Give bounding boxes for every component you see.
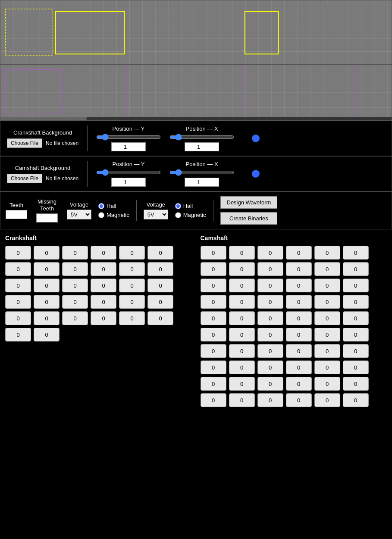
camshaft-data-cell[interactable]: 0 [201,393,226,407]
crankshaft-hall-radio[interactable] [98,203,104,209]
crankshaft-choose-file-button[interactable]: Choose File [7,138,42,148]
crankshaft-data-cell[interactable]: 0 [62,311,88,325]
camshaft-hall-radio[interactable] [175,203,181,209]
camshaft-data-cell[interactable]: 0 [286,279,312,292]
crankshaft-data-cell[interactable]: 0 [62,262,88,276]
camshaft-position-x-slider[interactable] [169,169,234,176]
crankshaft-position-x-input[interactable]: 1 [185,142,219,151]
camshaft-data-cell[interactable]: 0 [257,377,283,391]
camshaft-data-cell[interactable]: 0 [201,344,226,358]
camshaft-data-cell[interactable]: 0 [229,344,255,358]
camshaft-data-cell[interactable]: 0 [286,295,312,309]
camshaft-data-cell[interactable]: 0 [343,377,369,391]
camshaft-data-cell[interactable]: 0 [201,360,226,374]
camshaft-data-cell[interactable]: 0 [286,311,312,325]
camshaft-data-cell[interactable]: 0 [343,262,369,276]
camshaft-data-cell[interactable]: 0 [257,360,283,374]
crankshaft-data-cell[interactable]: 0 [34,246,60,260]
camshaft-data-cell[interactable]: 0 [314,328,340,342]
camshaft-data-cell[interactable]: 0 [229,311,255,325]
crankshaft-data-cell[interactable]: 0 [62,279,88,292]
crankshaft-data-cell[interactable]: 0 [91,262,116,276]
camshaft-data-cell[interactable]: 0 [314,246,340,260]
crankshaft-data-cell[interactable]: 0 [91,295,116,309]
crankshaft-position-y-input[interactable]: 1 [111,142,146,151]
camshaft-position-y-input[interactable]: 1 [111,178,146,187]
camshaft-data-cell[interactable]: 0 [229,328,255,342]
camshaft-data-cell[interactable]: 0 [229,360,255,374]
camshaft-data-cell[interactable]: 0 [201,311,226,325]
camshaft-data-cell[interactable]: 0 [314,311,340,325]
camshaft-data-cell[interactable]: 0 [314,360,340,374]
crankshaft-data-cell[interactable]: 0 [34,328,60,342]
crankshaft-data-cell[interactable]: 0 [34,262,60,276]
camshaft-position-x-input[interactable]: 1 [185,178,219,187]
crankshaft-data-cell[interactable]: 0 [147,295,173,309]
crankshaft-position-y-slider[interactable] [96,134,161,141]
camshaft-magnetic-radio-label[interactable]: Magnetic [175,212,206,218]
crankshaft-data-cell[interactable]: 0 [119,246,145,260]
crankshaft-data-cell[interactable]: 0 [119,295,145,309]
camshaft-data-cell[interactable]: 0 [343,344,369,358]
camshaft-position-y-slider[interactable] [96,169,161,176]
camshaft-voltage-select[interactable]: 5V 12V 3.3V [144,210,168,219]
crankshaft-position-x-slider[interactable] [169,134,234,141]
crankshaft-data-cell[interactable]: 0 [62,246,88,260]
crankshaft-data-cell[interactable]: 0 [91,246,116,260]
crankshaft-data-cell[interactable]: 0 [91,311,116,325]
crankshaft-data-cell[interactable]: 0 [5,246,31,260]
camshaft-data-cell[interactable]: 0 [343,393,369,407]
crankshaft-data-cell[interactable]: 0 [5,262,31,276]
camshaft-data-cell[interactable]: 0 [229,246,255,260]
create-binaries-button[interactable]: Create Binaries [220,212,278,225]
missing-teeth-input[interactable] [36,213,58,222]
camshaft-data-cell[interactable]: 0 [286,328,312,342]
camshaft-data-cell[interactable]: 0 [257,295,283,309]
crankshaft-data-cell[interactable]: 0 [34,279,60,292]
crankshaft-data-cell[interactable]: 0 [91,279,116,292]
camshaft-data-cell[interactable]: 0 [257,328,283,342]
camshaft-data-cell[interactable]: 0 [314,279,340,292]
camshaft-data-cell[interactable]: 0 [229,377,255,391]
camshaft-data-cell[interactable]: 0 [229,295,255,309]
crankshaft-hall-radio-label[interactable]: Hall [98,203,129,209]
camshaft-data-cell[interactable]: 0 [201,377,226,391]
camshaft-hall-radio-label[interactable]: Hall [175,203,206,209]
crankshaft-data-cell[interactable]: 0 [119,262,145,276]
camshaft-data-cell[interactable]: 0 [286,344,312,358]
crankshaft-magnetic-radio-label[interactable]: Magnetic [98,212,129,218]
crankshaft-data-cell[interactable]: 0 [147,262,173,276]
crankshaft-data-cell[interactable]: 0 [62,295,88,309]
camshaft-choose-file-button[interactable]: Choose File [7,174,42,183]
crankshaft-data-cell[interactable]: 0 [5,328,31,342]
camshaft-data-cell[interactable]: 0 [343,246,369,260]
crankshaft-data-cell[interactable]: 0 [147,279,173,292]
crankshaft-data-cell[interactable]: 0 [147,311,173,325]
camshaft-data-cell[interactable]: 0 [257,344,283,358]
camshaft-data-cell[interactable]: 0 [286,246,312,260]
camshaft-data-cell[interactable]: 0 [257,393,283,407]
design-waveform-button[interactable]: Design Waveform [220,196,278,209]
camshaft-data-cell[interactable]: 0 [343,311,369,325]
camshaft-data-cell[interactable]: 0 [201,295,226,309]
camshaft-data-cell[interactable]: 0 [229,279,255,292]
camshaft-data-cell[interactable]: 0 [314,377,340,391]
camshaft-data-cell[interactable]: 0 [229,393,255,407]
crankshaft-voltage-select[interactable]: 5V 12V 3.3V [67,210,91,219]
crankshaft-data-cell[interactable]: 0 [5,295,31,309]
camshaft-data-cell[interactable]: 0 [257,311,283,325]
camshaft-data-cell[interactable]: 0 [286,393,312,407]
camshaft-data-cell[interactable]: 0 [257,279,283,292]
camshaft-data-cell[interactable]: 0 [201,328,226,342]
crankshaft-data-cell[interactable]: 0 [5,279,31,292]
crankshaft-magnetic-radio[interactable] [98,212,104,218]
camshaft-data-cell[interactable]: 0 [229,262,255,276]
crankshaft-data-cell[interactable]: 0 [147,246,173,260]
camshaft-data-cell[interactable]: 0 [257,262,283,276]
camshaft-data-cell[interactable]: 0 [201,279,226,292]
camshaft-data-cell[interactable]: 0 [314,393,340,407]
camshaft-data-cell[interactable]: 0 [314,344,340,358]
crankshaft-data-cell[interactable]: 0 [34,311,60,325]
camshaft-data-cell[interactable]: 0 [286,377,312,391]
crankshaft-data-cell[interactable]: 0 [119,279,145,292]
